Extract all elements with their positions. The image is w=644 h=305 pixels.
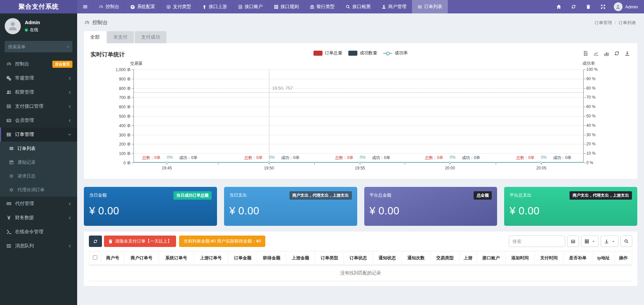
sidebar-item-label: 权限管理 [15,89,63,95]
scale-icon [9,174,14,178]
sidebar-item-payment-interface[interactable]: 支付接口管理 [0,99,77,113]
sidebar-item-payout-management[interactable]: 代付管理 [0,197,77,211]
column-header[interactable]: ip地址 [592,251,615,265]
sidebar-item-label: 代理分润订单 [17,187,45,193]
column-header[interactable]: 上游金额 [286,251,315,265]
nav-item-interface-upstream[interactable]: 接口上游 [197,0,232,13]
crosshair-horizontal [134,92,583,93]
breadcrumb-item[interactable]: 订单管理 [594,20,612,26]
pay-circle-icon [166,5,171,9]
y-axis-label-left: 500 单 [91,114,131,119]
column-header[interactable]: 操作 [615,251,632,265]
legend-label: 成功率 [395,50,408,56]
column-header[interactable]: 添加时间 [505,251,534,265]
calendar-icon [9,160,14,164]
refresh-button[interactable] [566,0,581,13]
menu-search-input[interactable] [8,44,67,49]
sidebar-item-finance-data[interactable]: 财务数据 [0,211,77,225]
column-header[interactable]: 接口账户 [477,251,505,265]
column-header[interactable]: 订单类型 [315,251,344,265]
toggle-view-button[interactable] [567,236,579,247]
nav-item-system-config[interactable]: 系统配置 [125,0,161,13]
sidebar-subitem-notify-records[interactable]: 通知记录 [0,155,77,169]
nav-item-interface-account[interactable]: 接口账户 [232,0,268,13]
legend-item-order-total[interactable]: 订单总量 [314,50,342,56]
export-dropdown-button[interactable] [601,236,619,247]
sidebar-toggle-button[interactable] [77,0,93,13]
sidebar-subitem-order-list[interactable]: 订单列表 [0,142,77,155]
columns-dropdown-button[interactable] [581,236,599,247]
column-header[interactable]: 通知状态 [373,251,401,265]
card-badge: 商户支出，代理支出，上游支出 [570,191,632,200]
list-icon [6,104,12,109]
x-axis-tick [167,163,167,165]
gridline [134,135,583,135]
success-label: 成功：0单 [553,155,572,161]
line-chart-icon[interactable] [593,51,599,56]
column-header[interactable]: 商户号 [101,251,124,265]
user-menu[interactable]: Admin [610,0,644,13]
chevron-left-icon [67,77,72,80]
column-header[interactable]: 订单金额 [228,251,257,265]
nav-item-bank-type[interactable]: 银行类型 [304,0,340,13]
sidebar-item-general-management[interactable]: 常规管理 [0,71,77,85]
sidebar-item-message-queue[interactable]: 消息队列 [0,239,77,253]
nav-item-interface-rules[interactable]: 接口规则 [268,0,304,13]
nav-item-payment-type[interactable]: 支付类型 [161,0,197,13]
column-header[interactable]: 通知次数 [401,251,430,265]
home-button[interactable] [551,0,566,13]
data-view-icon[interactable] [583,51,588,56]
x-axis-tick [218,163,218,165]
sidebar-item-member-management[interactable]: 会员管理 [0,113,77,128]
x-axis-tick [541,163,542,165]
point-data-labels: 总数：0单0%成功：0单 [425,155,480,161]
gear-icon [130,5,135,9]
chevron-left-icon [67,119,72,122]
clear-unpaid-orders-button[interactable]: 清除未支付订单【一天以上】 [104,236,176,247]
column-header[interactable]: 支付时间 [534,251,563,265]
sidebar-item-permission-management[interactable]: 权限管理 [0,85,77,99]
search-icon [346,5,350,9]
nav-item-dashboard[interactable]: 控制台 [93,0,125,13]
legend-item-success-count[interactable]: 成功数量 [348,50,377,56]
user-name: Admin [25,20,40,25]
column-header[interactable]: 订单状态 [344,251,373,265]
brand-logo[interactable]: 聚合支付系统 [0,0,77,13]
y-axis-tick [584,125,586,126]
rate-label: 0% [269,155,275,161]
tab-unpaid[interactable]: 未支付 [107,31,134,43]
clear-cache-button[interactable] [581,0,596,13]
legend-item-success-rate[interactable]: 成功率 [383,50,408,56]
sidebar-item-label: 订单管理 [15,132,63,138]
bar-chart-icon[interactable] [604,51,609,56]
restore-icon[interactable] [614,51,620,56]
grid-icon [585,239,589,244]
tab-paid-success[interactable]: 支付成功 [135,31,166,43]
column-header[interactable]: 交易类型 [430,251,459,265]
sidebar-item-dashboard[interactable]: 控制台后台首页 [0,57,77,71]
column-header[interactable]: 是否补单 [564,251,592,265]
column-header[interactable]: 上游订单号 [194,251,228,265]
search-icon[interactable] [67,45,69,49]
sidebar-subitem-agent-profit-orders[interactable]: 代理分润订单 [0,183,77,197]
column-header[interactable]: 商户订单号 [124,251,159,265]
save-image-icon[interactable] [625,51,630,56]
fullscreen-button[interactable] [596,0,610,13]
sidebar-item-order-management[interactable]: 订单管理 [0,128,77,142]
table-search-input[interactable] [509,236,565,247]
column-header[interactable]: 获得金额 [257,251,286,265]
tab-all[interactable]: 全部 [84,31,106,43]
nav-item-interface-check[interactable]: 接口检测 [340,0,376,13]
nav-label: 系统配置 [137,4,155,10]
nav-item-merchant-management[interactable]: 商户管理 [376,0,412,13]
nav-item-order-list[interactable]: 订单列表 [412,0,448,13]
column-header[interactable]: 系统订单号 [159,251,194,265]
sidebar-item-online-command[interactable]: 在线命令管理 [0,225,77,239]
sidebar-subitem-request-logs[interactable]: 请求日志 [0,169,77,183]
column-header[interactable]: 上游 [459,251,477,265]
crosshair-vertical [269,69,269,162]
home-icon [556,4,561,9]
select-all-checkbox[interactable] [93,255,97,260]
search-button[interactable] [621,236,632,247]
refresh-table-button[interactable] [89,236,102,247]
